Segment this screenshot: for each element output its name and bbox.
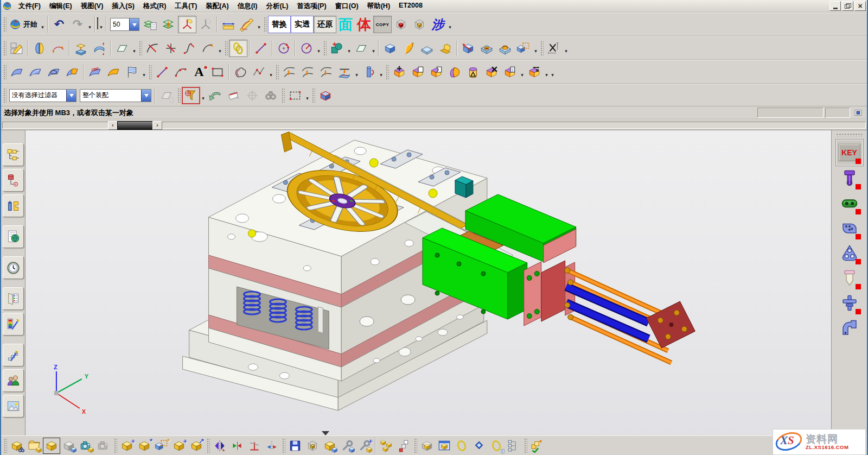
menu-insert[interactable]: 插入(S) [107,1,139,11]
menu-view[interactable]: 视图(V) [76,1,108,11]
pattern-component-button[interactable]: * [153,438,170,454]
start-menu-button[interactable]: 开始 [8,16,40,33]
assembly-constraint-button[interactable]: + [356,438,373,454]
product-interface-button[interactable] [470,438,488,454]
delete-face-button[interactable] [482,64,501,81]
copyface-caret[interactable]: ▾ [519,64,525,81]
palette-elbow-item[interactable] [837,315,863,340]
display-caret[interactable]: ▾ [447,16,453,33]
selection-scope-combo-dropdown[interactable] [141,90,151,102]
split-body-button[interactable] [30,40,49,57]
toolbar-grip[interactable] [281,87,285,104]
toolbar-grip[interactable] [3,16,7,33]
point-button[interactable] [328,40,346,57]
explode-button[interactable] [378,438,395,454]
history-tab[interactable] [3,256,24,279]
show-component-button[interactable] [43,438,60,454]
resize-face-button[interactable] [525,64,544,81]
sketch-button[interactable] [8,40,26,57]
toolbar-grip[interactable] [282,438,285,454]
sweep-button[interactable] [436,40,455,57]
curve-caret[interactable]: ▾ [217,40,223,57]
palette-screw-item[interactable] [837,166,863,191]
roles-tab[interactable] [3,369,24,392]
selection-filter-combo-dropdown[interactable] [66,90,76,102]
circle-caret[interactable]: ▾ [316,40,322,57]
wcs-display-button[interactable] [178,16,196,33]
toolbar-grip[interactable] [311,87,315,104]
perpendicular-button[interactable] [246,438,263,454]
wrap-caret[interactable]: ▾ [378,64,384,81]
n-sided-surface-button[interactable] [44,64,63,81]
rectangle-button[interactable] [208,64,227,81]
assembly-structure-button[interactable] [505,438,522,454]
trim-curve-button[interactable] [143,40,162,57]
sequence-button[interactable] [528,438,546,454]
undo-button[interactable]: ↶ [50,16,68,33]
toolbar-grip[interactable] [113,438,117,454]
save-button[interactable] [286,438,304,454]
close-button[interactable] [854,1,866,11]
work-layer-combo-dropdown[interactable] [129,18,139,30]
layer-in-view-button[interactable] [159,16,178,33]
offset-region-button[interactable] [464,64,482,81]
flatten-caret[interactable]: ▾ [354,64,360,81]
hole-button[interactable] [477,40,496,57]
move-component-button[interactable] [339,438,356,454]
move-face-button[interactable] [390,64,409,81]
fillet-curve-button[interactable] [180,40,199,57]
interference-button[interactable]: 涉 [429,16,447,33]
yellow-cube-display-button[interactable] [410,16,429,33]
mate-component-button[interactable] [263,438,280,454]
toolbar-grip[interactable] [524,438,527,454]
line2-button[interactable] [153,64,171,81]
toolbar-grip[interactable] [206,438,210,454]
menu-tools[interactable]: 工具(T) [170,1,201,11]
replace-display-button[interactable]: 替换 [268,16,291,33]
wave-geometry-button[interactable] [418,438,436,454]
relations-browser-button[interactable] [488,438,505,454]
selection-filter-combo[interactable]: 没有选择过滤器 [9,89,76,102]
toolbar-grip[interactable] [540,40,544,56]
mirror-assembly-button[interactable] [211,438,228,454]
toolbar-grip[interactable] [177,87,181,104]
toolbar-grip[interactable] [224,40,228,56]
constraint-navigator-tab[interactable] [3,169,24,192]
red-cube-display-button[interactable] [392,16,410,33]
bounded-plane-button[interactable] [113,40,131,57]
flag-surface-button[interactable] [123,64,141,81]
divide-curve-button[interactable] [162,40,180,57]
palette-nozzle-item[interactable] [837,266,863,290]
color-caret[interactable]: ▾ [98,16,104,33]
divide-face-button[interactable] [298,64,317,81]
undo-caret[interactable]: ▾ [87,16,93,33]
arc-button[interactable] [171,64,190,81]
restore-button[interactable] [842,1,853,11]
interpart-link-button[interactable] [453,438,470,454]
new-component-button[interactable]: * [136,438,153,454]
snapshot-button[interactable] [78,438,95,454]
promote-body-button[interactable]: ↗ [188,438,205,454]
marquee-caret[interactable]: ▾ [304,87,310,104]
bridge-curve-button[interactable] [199,40,217,57]
trim-sheet-button[interactable] [280,64,298,81]
toolbar-grip[interactable] [413,438,417,454]
datum-plane-offset-button[interactable] [72,40,90,57]
sew-button[interactable] [317,64,335,81]
circle-button[interactable] [275,40,293,57]
menu-edit[interactable]: 编辑(E) [45,1,76,11]
menu-assemblies[interactable]: 装配(A) [201,1,233,11]
toolbar-grip[interactable] [3,64,7,80]
web-browser-tab[interactable] [3,225,24,248]
revolve-button[interactable] [399,40,418,57]
selection-scope-combo[interactable]: 整个装配 [80,89,151,102]
profile-button[interactable] [231,64,250,81]
unexplode-button[interactable] [395,438,412,454]
scale-caret[interactable]: ▾ [563,40,569,57]
menu-format[interactable]: 格式(R) [139,1,170,11]
toolbar-grip[interactable] [3,87,7,104]
restore-display-button[interactable]: 还原 [314,16,336,33]
menu-preferences[interactable]: 首选项(P) [292,1,330,11]
visualization-tab[interactable] [3,313,24,336]
extrude-button[interactable] [381,40,399,57]
